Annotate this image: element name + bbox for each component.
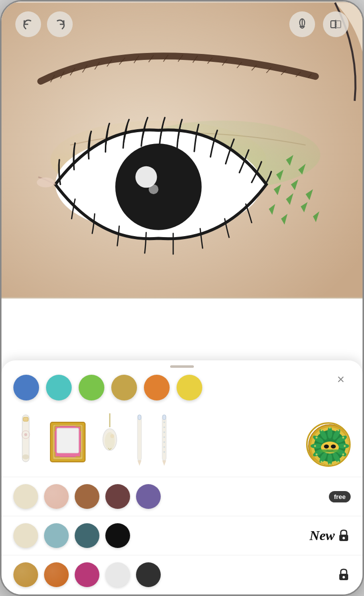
svg-point-62	[164, 437, 165, 438]
color-swatch-row	[1, 375, 363, 407]
preset-2-swatch-2[interactable]	[75, 562, 99, 587]
preset-1-swatch-3[interactable]	[105, 523, 130, 548]
color-swatch-teal[interactable]	[46, 375, 72, 400]
svg-point-54	[110, 434, 114, 438]
svg-point-94	[320, 461, 322, 463]
top-toolbar	[1, 11, 363, 37]
svg-point-85	[331, 445, 336, 448]
svg-point-89	[342, 437, 344, 439]
svg-rect-43	[23, 417, 28, 421]
preset-1-swatch-0[interactable]	[13, 523, 38, 548]
svg-marker-56	[137, 460, 141, 466]
svg-point-74	[337, 444, 349, 448]
products-row	[1, 407, 363, 477]
svg-rect-86	[320, 449, 340, 452]
product-item-pencil2[interactable]	[157, 412, 172, 467]
svg-point-100	[343, 537, 345, 540]
canvas-area	[1, 1, 363, 298]
preset-0-swatch-4[interactable]	[136, 484, 161, 509]
toolbar-right	[289, 11, 349, 37]
lock-icon-2	[335, 527, 353, 545]
svg-rect-50	[57, 428, 79, 453]
close-button[interactable]: ×	[331, 369, 351, 389]
preset-0-swatch-0[interactable]	[13, 484, 38, 509]
preset-1-swatch-1[interactable]	[44, 523, 69, 548]
svg-point-84	[324, 445, 329, 448]
svg-point-60	[164, 427, 165, 428]
svg-point-102	[343, 576, 345, 579]
color-swatch-green[interactable]	[79, 375, 104, 400]
svg-point-93	[329, 463, 331, 465]
toolbar-left	[15, 11, 73, 37]
svg-point-98	[320, 429, 322, 431]
preset-2-swatch-1[interactable]	[44, 562, 69, 587]
svg-point-80	[311, 444, 322, 448]
svg-point-64	[164, 447, 165, 448]
color-swatch-blue[interactable]	[13, 375, 39, 400]
preset-0-swatch-1[interactable]	[44, 484, 69, 509]
svg-point-61	[164, 432, 165, 433]
mirror-button[interactable]	[323, 11, 349, 37]
new-label: New	[310, 528, 335, 544]
color-swatch-gold[interactable]	[111, 375, 137, 400]
product-item-pencil1[interactable]	[132, 412, 147, 467]
svg-point-90	[344, 445, 346, 447]
preset-0-swatch-3[interactable]	[105, 484, 130, 509]
undo-button[interactable]	[15, 11, 41, 37]
dropper-button[interactable]	[289, 11, 315, 37]
preset-row-3	[1, 555, 363, 595]
product-item-bottle[interactable]	[97, 412, 122, 467]
preset-2-swatch-4[interactable]	[136, 562, 161, 587]
svg-point-59	[164, 422, 165, 423]
preset-1-swatch-2[interactable]	[75, 523, 99, 548]
svg-point-97	[316, 437, 318, 439]
svg-point-92	[337, 461, 339, 463]
bottom-panel: ×	[1, 360, 363, 595]
svg-point-87	[329, 427, 331, 429]
svg-point-65	[164, 451, 165, 453]
svg-point-88	[337, 429, 339, 431]
panel-handle	[170, 365, 194, 368]
svg-rect-57	[138, 415, 141, 420]
svg-point-63	[164, 442, 165, 443]
svg-point-40	[37, 178, 54, 188]
svg-point-44	[22, 454, 29, 459]
lock-icon-3	[335, 566, 353, 584]
product-item-tube[interactable]	[13, 412, 38, 467]
phone-frame: ×	[0, 0, 364, 596]
product-item-compact[interactable]	[48, 417, 88, 467]
svg-rect-55	[137, 415, 141, 460]
svg-marker-66	[162, 460, 166, 466]
redo-button[interactable]	[47, 11, 73, 37]
color-swatch-yellow[interactable]	[177, 375, 202, 400]
color-swatch-orange[interactable]	[144, 375, 170, 400]
svg-point-95	[316, 453, 318, 455]
svg-point-37	[118, 147, 199, 227]
svg-point-46	[24, 433, 27, 436]
preset-2-swatch-3[interactable]	[105, 562, 130, 587]
preset-2-swatch-0[interactable]	[13, 562, 38, 587]
preset-0-swatch-2[interactable]	[75, 484, 99, 509]
preset-row-2: New	[1, 516, 363, 555]
svg-rect-67	[163, 415, 166, 420]
svg-point-39	[149, 184, 159, 194]
svg-point-96	[314, 445, 316, 447]
product-item-medallion[interactable]	[306, 422, 351, 467]
svg-point-91	[342, 453, 344, 455]
free-badge: free	[329, 491, 351, 502]
preset-row-1: free	[1, 477, 363, 516]
